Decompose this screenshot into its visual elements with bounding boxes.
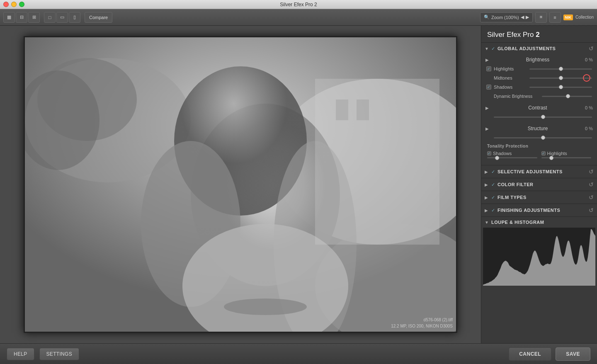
structure-header[interactable]: ▶ Structure 0 %: [485, 123, 594, 133]
zoom-display: 🔍 Zoom (100%) ◀ ▶: [480, 12, 533, 22]
global-adjustments-header[interactable]: ▼ ✓ GLOBAL ADJUSTMENTS ↺: [481, 43, 597, 54]
film-types-reset[interactable]: ↺: [589, 194, 594, 201]
panel-header: Silver Efex Pro 2: [481, 26, 597, 42]
midtones-thumb[interactable]: [559, 76, 563, 80]
cancel-button[interactable]: CANCEL: [509, 347, 551, 361]
help-button[interactable]: HELP: [7, 348, 34, 360]
panel-title-bold: 2: [536, 31, 539, 39]
settings-button[interactable]: SETTINGS: [39, 348, 79, 360]
tonality-protection-section: Tonality Protection Shadows: [485, 142, 594, 162]
dynamic-brightness-label: Dynamic Brightness: [494, 94, 539, 99]
histogram-area: [483, 228, 595, 286]
tonality-shadows-text: Shadows: [493, 151, 512, 156]
minimize-button[interactable]: [11, 2, 17, 7]
film-types-section[interactable]: ▶ ✓ FILM TYPES ↺: [481, 191, 597, 204]
tonality-highlights-text: Highlights: [547, 151, 567, 156]
canvas-area: d576-068 (2).tiff 12.2 MP, ISO 200, NIKO…: [0, 26, 481, 343]
dynamic-brightness-thumb[interactable]: [566, 94, 570, 98]
structure-label: Structure: [528, 126, 548, 131]
toolbar-right: 🔍 Zoom (100%) ◀ ▶ ☀ ≡ NIK Collection: [480, 12, 594, 23]
global-adjustments-section: ▼ ✓ GLOBAL ADJUSTMENTS ↺ ▶ Brightness 0 …: [481, 42, 597, 165]
tonality-shadows-track: [487, 157, 537, 158]
midtones-slider[interactable]: [529, 75, 592, 81]
tonality-highlights-label-row: Highlights: [541, 151, 592, 156]
image-info: d576-068 (2).tiff 12.2 MP, ISO 200, NIKO…: [391, 317, 453, 329]
global-adjustments-content: ▶ Brightness 0 % Highlights Mi: [481, 54, 597, 165]
compare-button[interactable]: Compare: [85, 12, 112, 23]
window-title: Silver Efex Pro 2: [280, 2, 317, 7]
contrast-arrow[interactable]: ▶: [485, 106, 489, 110]
v-split-button[interactable]: ▯: [69, 12, 80, 23]
main-area: d576-068 (2).tiff 12.2 MP, ISO 200, NIKO…: [0, 26, 597, 343]
zoom-icon: 🔍: [484, 15, 490, 20]
selective-adjustments-section[interactable]: ▶ ✓ SELECTIVE ADJUSTMENTS ↺: [481, 165, 597, 178]
histogram-label: LOUPE & HISTOGRAM: [491, 220, 594, 225]
highlights-label: Highlights: [494, 66, 527, 71]
split-view-button[interactable]: ⊟: [16, 12, 27, 23]
structure-slider-row: [485, 133, 594, 142]
structure-thumb[interactable]: [541, 136, 545, 140]
tonality-highlights-thumb[interactable]: [549, 156, 553, 160]
tonality-highlights-checkbox[interactable]: [541, 151, 546, 155]
contrast-header[interactable]: ▶ Contrast 0 %: [485, 102, 594, 112]
tonality-shadows-checkbox[interactable]: [487, 151, 491, 155]
highlights-checkbox[interactable]: [486, 66, 491, 71]
midtones-label: Midtones: [494, 75, 527, 80]
contrast-value: 0 %: [585, 105, 593, 110]
histogram-chart: [483, 228, 595, 286]
structure-arrow[interactable]: ▶: [485, 126, 489, 131]
lamp-button[interactable]: ☀: [535, 12, 547, 23]
svg-marker-15: [483, 229, 595, 286]
global-adjustments-reset[interactable]: ↺: [589, 45, 594, 52]
window-controls[interactable]: [3, 2, 24, 7]
panel-title: Silver Efex Pro 2: [487, 31, 540, 39]
brightness-arrow[interactable]: ▶: [485, 58, 489, 62]
brightness-header[interactable]: ▶ Brightness 0 %: [485, 54, 594, 64]
dynamic-brightness-slider[interactable]: [542, 93, 592, 99]
tonality-shadows-thumb[interactable]: [495, 156, 499, 160]
contrast-slider[interactable]: [494, 114, 592, 120]
finishing-adjustments-section[interactable]: ▶ ✓ FINISHING ADJUSTMENTS ↺: [481, 204, 597, 216]
tonality-highlights-item: Highlights: [541, 151, 592, 158]
contrast-thumb[interactable]: [541, 115, 545, 119]
maximize-button[interactable]: [19, 2, 24, 7]
finishing-adjustments-check: ✓: [491, 208, 495, 213]
color-filter-section[interactable]: ▶ ✓ COLOR FILTER ↺: [481, 178, 597, 191]
svg-point-9: [224, 298, 307, 315]
collection-label: Collection: [575, 15, 594, 19]
shadows-slider[interactable]: [529, 84, 592, 90]
contrast-track: [494, 116, 592, 118]
histogram-section: ▼ LOUPE & HISTOGRAM: [481, 216, 597, 287]
highlights-thumb[interactable]: [559, 67, 563, 71]
grid-view-button[interactable]: ▦: [3, 12, 15, 23]
close-button[interactable]: [3, 2, 9, 7]
h-split-button[interactable]: ▭: [56, 12, 68, 23]
tonality-shadows-item: Shadows: [487, 151, 537, 158]
tonality-row: Shadows Highlights: [487, 151, 591, 158]
shadows-thumb[interactable]: [559, 85, 563, 89]
selective-adjustments-reset[interactable]: ↺: [589, 168, 594, 175]
quad-view-button[interactable]: ⊞: [28, 12, 40, 23]
main-image: d576-068 (2).tiff 12.2 MP, ISO 200, NIKO…: [25, 37, 456, 332]
structure-track: [494, 137, 592, 138]
global-adjustments-arrow: ▼: [485, 46, 490, 51]
finishing-adjustments-reset[interactable]: ↺: [589, 207, 594, 214]
dynamic-brightness-row: Dynamic Brightness: [485, 92, 594, 101]
save-button[interactable]: SAVE: [556, 347, 590, 361]
finishing-adjustments-arrow: ▶: [485, 208, 490, 213]
zoom-nav-left[interactable]: ◀: [521, 15, 524, 20]
shadows-checkbox[interactable]: [486, 85, 491, 90]
nik-badge: NIK: [563, 15, 573, 20]
color-filter-reset[interactable]: ↺: [589, 181, 594, 188]
single-view-button[interactable]: □: [44, 12, 56, 23]
highlights-slider[interactable]: [529, 66, 592, 72]
image-container: d576-068 (2).tiff 12.2 MP, ISO 200, NIKO…: [24, 36, 457, 333]
midtones-track: [529, 78, 592, 79]
selective-adjustments-arrow: ▶: [485, 170, 490, 174]
panel-toggle-button[interactable]: ≡: [549, 12, 561, 23]
panel-title-light: Silver Efex Pro: [487, 31, 534, 39]
image-svg: [25, 37, 456, 332]
structure-slider[interactable]: [494, 134, 592, 141]
histogram-header[interactable]: ▼ LOUPE & HISTOGRAM: [481, 217, 597, 228]
zoom-nav-right[interactable]: ▶: [526, 15, 529, 20]
